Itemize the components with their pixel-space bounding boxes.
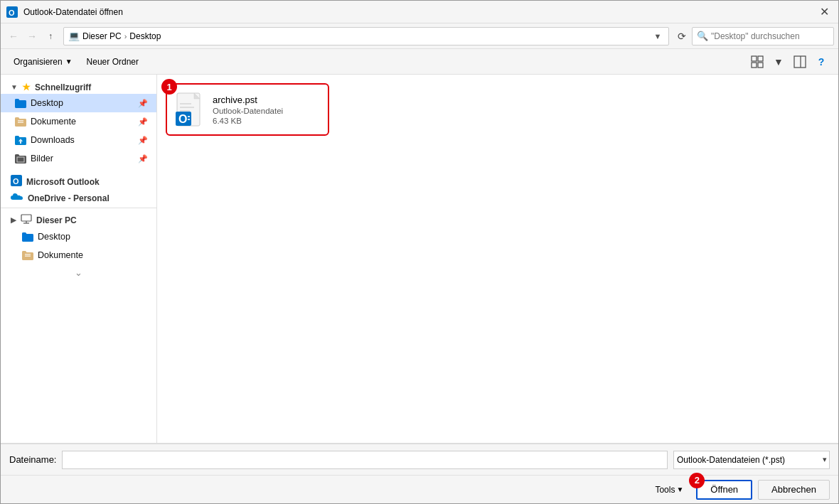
up-button[interactable]: ↑	[42, 28, 59, 45]
svg-rect-4	[752, 63, 757, 68]
file-item-archive[interactable]: 1	[166, 83, 329, 136]
sidebar-desktop2-label: Desktop	[38, 232, 148, 242]
folder-docs-icon	[15, 116, 26, 127]
sidebar-onedrive-label: OneDrive - Personal	[28, 193, 109, 203]
forward-button[interactable]: →	[23, 28, 41, 45]
svg-rect-3	[758, 56, 763, 61]
tools-button[interactable]: Tools ▼	[648, 482, 690, 498]
quick-access-expand-icon: ▼	[11, 83, 18, 91]
footer-actions-row: Tools ▼ 2 Öffnen Abbrechen	[1, 475, 838, 503]
footer-area: Dateiname: Outlook-Datendateien (*.pst) …	[1, 443, 838, 503]
sidebar-bilder-label: Bilder	[31, 154, 134, 163]
sidebar-desktop-label: Desktop	[31, 98, 134, 108]
filename-label: Dateiname:	[9, 454, 56, 465]
file-size: 6.43 KB	[213, 117, 283, 125]
svg-rect-17	[25, 254, 31, 255]
file-type: Outlook-Datendatei	[213, 107, 283, 115]
svg-rect-18	[25, 256, 31, 257]
svg-text:O: O	[9, 9, 15, 17]
sidebar-onedrive-section[interactable]: OneDrive - Personal	[1, 190, 156, 205]
help-button[interactable]: ?	[811, 53, 831, 70]
star-icon: ★	[22, 82, 31, 92]
sidebar-dieser-pc-section[interactable]: ▶ Dieser PC	[1, 211, 156, 227]
quick-access-label: Schnellzugriff	[35, 82, 91, 92]
dialog-window: O Outlook-Datendatei öffnen ✕ ← → ↑ 💻 Di…	[0, 0, 839, 504]
address-dropdown[interactable]: ▼	[651, 30, 664, 43]
open-button-wrap: 2 Öffnen	[696, 480, 752, 500]
scroll-down-icon: ⌄	[75, 267, 82, 278]
breadcrumb-sep1: ›	[124, 32, 127, 41]
toolbar-view-buttons: ▼ ?	[747, 53, 831, 70]
sidebar-downloads-label: Downloads	[31, 135, 134, 145]
close-button[interactable]: ✕	[816, 4, 833, 21]
sidebar-item-desktop2[interactable]: Desktop	[1, 227, 156, 246]
organize-button[interactable]: Organisieren ▼	[8, 55, 78, 68]
folder-pics-icon	[15, 153, 26, 164]
organize-label: Organisieren	[14, 57, 63, 67]
open-button[interactable]: Öffnen	[696, 480, 752, 500]
folder-docs-icon2	[22, 250, 33, 261]
sidebar-scroll-indicator: ⌄	[1, 264, 156, 281]
svg-rect-5	[758, 63, 763, 68]
step-badge-2: 2	[689, 473, 705, 488]
sidebar-item-desktop[interactable]: Desktop 📌	[1, 94, 156, 112]
svg-rect-26	[188, 116, 190, 117]
sidebar-outlook-section[interactable]: O Microsoft Outlook	[1, 172, 156, 190]
app-icon: O	[6, 6, 18, 18]
address-bar[interactable]: 💻 Dieser PC › Desktop ▼	[63, 27, 669, 45]
file-info: archive.pst Outlook-Datendatei 6.43 KB	[213, 95, 283, 125]
back-button[interactable]: ←	[5, 28, 22, 45]
pin-icon4: 📌	[138, 154, 148, 163]
breadcrumb-pc[interactable]: Dieser PC	[82, 31, 122, 41]
cancel-button[interactable]: Abbrechen	[758, 480, 830, 500]
pin-icon2: 📌	[138, 117, 148, 127]
svg-text:O: O	[13, 177, 19, 186]
tools-label: Tools	[655, 485, 675, 495]
svg-rect-27	[188, 119, 190, 120]
sidebar-item-dokumente[interactable]: Dokumente 📌	[1, 112, 156, 131]
sidebar-item-downloads[interactable]: Downloads 📌	[1, 131, 156, 149]
pst-file-icon: O	[174, 92, 205, 127]
step-badge-1: 1	[161, 79, 177, 95]
filetype-wrap[interactable]: Outlook-Datendateien (*.pst)	[673, 451, 830, 469]
pc-expand-icon: ▶	[11, 216, 16, 224]
svg-rect-22	[180, 107, 194, 108]
sidebar: ▼ ★ Schnellzugriff Desktop 📌	[1, 75, 157, 443]
new-folder-button[interactable]: Neuer Ordner	[81, 55, 144, 68]
folder-icon: 💻	[68, 31, 80, 41]
folder-blue-icon2	[22, 231, 33, 242]
folder-down-icon	[15, 134, 26, 146]
new-folder-label: Neuer Ordner	[87, 57, 139, 67]
search-input[interactable]	[711, 31, 829, 41]
folder-blue-icon	[15, 97, 26, 109]
view-options-button[interactable]	[747, 53, 767, 70]
pc-icon	[21, 214, 32, 226]
outlook-icon: O	[11, 175, 22, 188]
search-icon: 🔍	[697, 31, 708, 41]
onedrive-icon	[11, 193, 23, 203]
refresh-button[interactable]: ⟳	[673, 28, 690, 45]
pin-icon: 📌	[138, 99, 148, 108]
sidebar-quick-access[interactable]: ▼ ★ Schnellzugriff	[1, 79, 156, 94]
sidebar-dokumente2-label: Dokumente	[38, 250, 148, 260]
sidebar-divider	[1, 208, 156, 208]
main-area: ▼ ★ Schnellzugriff Desktop 📌	[1, 75, 838, 443]
preview-pane-button[interactable]	[790, 53, 810, 70]
sidebar-item-bilder[interactable]: Bilder 📌	[1, 149, 156, 168]
search-box[interactable]: 🔍	[692, 27, 834, 45]
svg-rect-9	[18, 122, 23, 124]
nav-bar: ← → ↑ 💻 Dieser PC › Desktop ▼ ⟳ 🔍	[1, 23, 838, 49]
file-name: archive.pst	[213, 95, 283, 105]
file-item-inner: O archive.pst Outlook-Datendatei 6.43 KB	[174, 92, 321, 127]
svg-rect-6	[794, 56, 806, 68]
sidebar-item-dokumente2[interactable]: Dokumente	[1, 246, 156, 264]
svg-rect-8	[18, 120, 23, 122]
organize-dropdown-icon: ▼	[65, 58, 73, 65]
filetype-select[interactable]: Outlook-Datendateien (*.pst)	[673, 451, 830, 469]
file-area: 1	[157, 75, 838, 443]
breadcrumb-desktop[interactable]: Desktop	[129, 31, 161, 41]
svg-rect-23	[180, 110, 190, 112]
view-dropdown-button[interactable]: ▼	[769, 53, 789, 70]
filename-input[interactable]	[62, 451, 668, 469]
breadcrumb: 💻 Dieser PC › Desktop	[68, 31, 648, 41]
